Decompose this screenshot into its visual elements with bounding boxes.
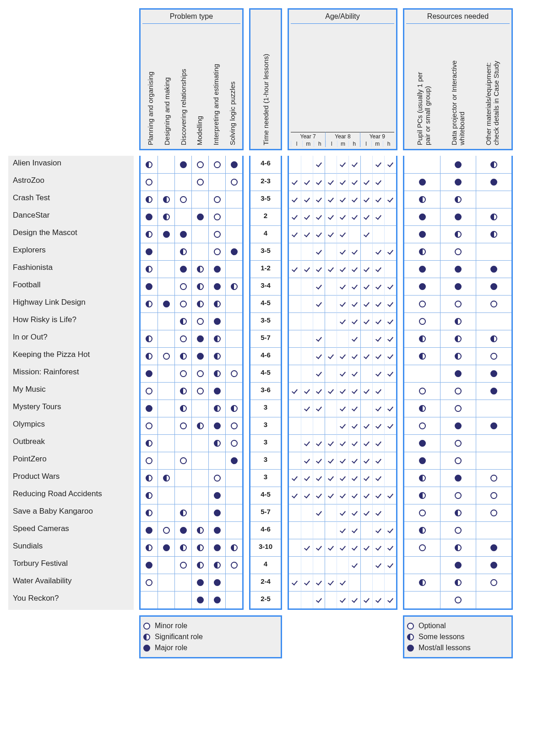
pt-cell [208, 556, 225, 574]
circle-full-icon [214, 579, 221, 586]
pt-cell [225, 191, 242, 208]
res-cells [404, 487, 511, 504]
age-cell [301, 295, 313, 312]
tick-icon [316, 545, 322, 551]
tick-icon [292, 179, 298, 186]
circle-full-icon [197, 214, 204, 220]
age-cells [289, 347, 396, 365]
legend-significant: Significant role [155, 633, 203, 641]
circle-full-icon [490, 179, 497, 186]
problem-type-header: Problem type Planning and organisingDesi… [139, 8, 244, 150]
tick-icon [387, 336, 394, 342]
row-name: Alien Invasion [8, 156, 134, 173]
circle-half-icon [180, 388, 187, 394]
res-cell [440, 295, 476, 312]
age-cell [360, 504, 372, 521]
age-cell [337, 330, 348, 347]
tick-icon [292, 266, 298, 273]
pt-cell [141, 173, 158, 191]
tick-icon [387, 405, 394, 412]
level-label: h [348, 141, 360, 147]
pt-cell [141, 434, 158, 452]
age-cell [289, 191, 301, 208]
circle-full-icon [146, 405, 152, 412]
age-cell [301, 312, 313, 330]
age-cell [360, 556, 372, 574]
age-cell [348, 365, 360, 382]
age-cell [325, 312, 337, 330]
circle-full-icon [455, 179, 462, 186]
age-cells [289, 382, 396, 400]
age-cell [372, 173, 384, 191]
pt-cell [208, 539, 225, 556]
age-cell [348, 243, 360, 260]
circle-empty-icon [180, 283, 187, 290]
res-cell [476, 156, 511, 173]
tick-icon [387, 562, 394, 569]
age-cell [289, 225, 301, 243]
pt-cell [158, 382, 174, 400]
tick-icon [375, 562, 382, 569]
pt-cell [141, 260, 158, 278]
legend-role: Minor role Significant role Major role [139, 615, 282, 658]
age-cells [289, 469, 396, 487]
pt-cells [141, 574, 242, 591]
tick-icon [352, 458, 358, 464]
pt-cell [174, 173, 191, 191]
circle-full-icon [214, 492, 221, 499]
pt-col-label: Discovering relationships [179, 26, 187, 147]
circle-full-icon [197, 335, 204, 342]
age-cell [372, 504, 384, 521]
circle-half-icon [419, 527, 426, 534]
tick-icon [387, 545, 394, 551]
age-cell [301, 539, 313, 556]
tick-icon [352, 266, 358, 273]
tick-icon [316, 249, 322, 255]
pt-cell [208, 504, 225, 521]
circle-empty-icon [455, 597, 462, 603]
age-cells [289, 591, 396, 608]
age-cell [289, 173, 301, 191]
tick-icon [375, 371, 382, 377]
tick-icon [387, 318, 394, 325]
age-cell [325, 260, 337, 278]
circle-half-icon [146, 231, 152, 238]
time-cell: 4-5 [250, 487, 281, 501]
age-cell [289, 278, 301, 295]
res-cell [476, 591, 511, 608]
pt-cell [191, 574, 208, 591]
age-cell [289, 260, 301, 278]
age-cell [337, 556, 348, 574]
age-cell [301, 173, 313, 191]
pt-col-label: Designing and making [163, 26, 171, 147]
pt-cell [191, 556, 208, 574]
time-cell: 2-4 [250, 574, 281, 588]
res-cell [404, 574, 440, 591]
tick-icon [316, 458, 322, 464]
res-cell [440, 156, 476, 173]
tick-icon [375, 475, 382, 482]
tick-icon [316, 301, 322, 307]
age-cell [313, 243, 325, 260]
circle-half-icon [455, 544, 462, 551]
circle-full-icon [455, 266, 462, 273]
age-cell [348, 382, 360, 400]
row-name: Speed Cameras [8, 521, 134, 539]
res-cells [404, 452, 511, 469]
pt-cell [225, 156, 242, 173]
tick-icon [340, 161, 346, 168]
tick-icon [375, 266, 382, 273]
age-cell [325, 365, 337, 382]
circle-half-icon [490, 335, 497, 342]
res-cell [440, 591, 476, 608]
tick-icon [340, 249, 346, 255]
time-cell: 2 [250, 208, 281, 223]
age-cell [325, 539, 337, 556]
age-cell [337, 434, 348, 452]
pt-cell [191, 278, 208, 295]
age-cell [301, 365, 313, 382]
age-cell [337, 521, 348, 539]
row-name: In or Out? [8, 330, 134, 347]
circle-half-icon [146, 196, 152, 203]
res-cell [404, 382, 440, 400]
